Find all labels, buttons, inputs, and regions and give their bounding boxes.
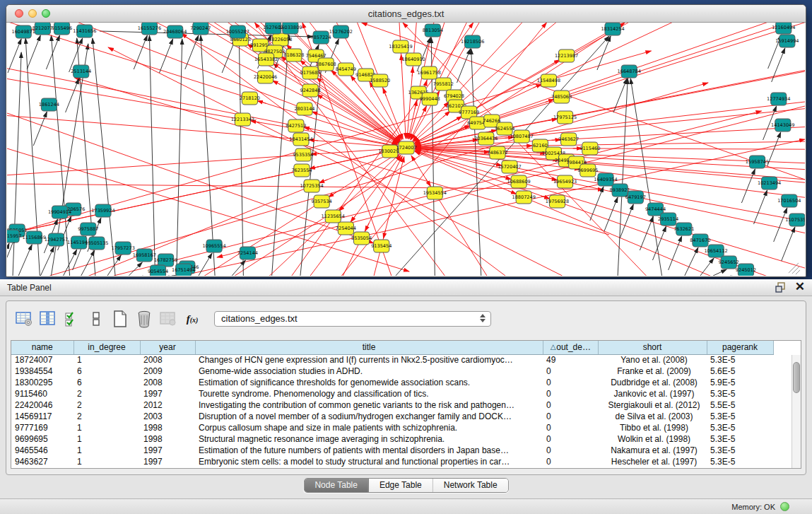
table-row[interactable]: 946554611997Estimation of the future num… [11,445,773,456]
graph-node-label: 8186328 [283,53,304,59]
graph-node-label: 62160 [533,144,548,149]
graph-node-label: 1724007 [396,146,416,151]
table-row[interactable]: 1938455462009Genome-wide association stu… [11,366,773,377]
table-row[interactable]: 977716911998Corpus callosum shape and si… [11,422,773,433]
table-row[interactable]: 911546021997Tourette syndrome. Phenomeno… [11,388,773,399]
graph-node-label: 18325419 [389,45,412,50]
graph-node-label: 19218506 [461,40,484,45]
combobox-stepper-icon[interactable] [480,314,486,322]
table-cell: 0 [543,433,598,445]
graph-node-label: 8212077 [33,26,53,32]
graph-node-label: 12942757 [45,238,68,243]
table-cell: 2 [73,399,140,411]
scrollbar-thumb[interactable] [793,362,800,393]
graph-node-label: 17957273 [112,246,135,252]
table-row[interactable]: 969969511998Structural magnetic resonanc… [11,433,773,445]
graph-node-label: 16958167 [133,253,156,259]
column-header[interactable]: short [598,341,707,354]
graph-node-label: 10965554 [202,244,225,250]
graph-node-label: 11075353 [785,218,805,223]
graph-node-label: 9115460 [579,146,600,152]
new-table-icon[interactable] [108,308,132,330]
network-window-titlebar[interactable]: citations_edges.txt [6,5,806,23]
column-header[interactable]: title [195,341,543,354]
graph-node-label: 12213343 [231,117,254,123]
tab-edge-table[interactable]: Edge Table [369,479,433,492]
graph-node-label: 19654923 [553,180,577,185]
graph-node-label: 3915957 [7,234,22,240]
table-cell: 49 [543,354,598,366]
zoom-window-icon[interactable] [42,9,50,18]
table-cell: 6 [73,377,140,388]
graph-node-label: 11548498 [537,78,560,84]
memory-status-label: Memory: OK [731,503,775,511]
table-cell: 2008 [140,354,195,366]
graph-node-label: 2513144 [71,69,91,75]
graph-node-label: 18226058 [269,37,292,43]
network-table-combobox[interactable]: citations_edges.txt [214,311,491,327]
network-desktop: citations_edges.txt 18300295866012389129… [0,0,812,279]
table-cell: Structural magnetic resonance image aver… [195,433,543,445]
graph-node-label: 16782759 [154,258,177,264]
graph-node-label: 12160494 [772,25,795,31]
clear-selection-icon[interactable] [84,308,108,330]
function-builder-icon[interactable]: f(x) [180,308,204,330]
table-cell: Wolkin et al. (1998) [598,433,707,445]
graph-node-label: 7623554 [291,168,312,174]
table-row[interactable]: 1456911722003Disruption of a novel membe… [11,411,773,422]
column-header[interactable]: pagerank [707,341,773,354]
column-chooser-icon[interactable] [36,308,60,330]
table-cell: Dudbridge et al. (2008) [598,377,707,388]
table-row[interactable]: 1872400712008Changes of HCN gene express… [11,354,773,366]
node-table-grid[interactable]: namein_degreeyeartitle△ out_de…shortpage… [11,341,774,467]
column-header[interactable]: year [140,341,195,354]
graph-node-label: 20468064 [163,30,187,35]
column-header[interactable]: in_degree [73,341,140,354]
table-vertical-scrollbar[interactable] [792,355,801,468]
graph-node-label: 6794028 [444,94,464,100]
table-cell: Estimation of significance thresholds fo… [195,377,543,388]
combobox-value: citations_edges.txt [221,313,298,324]
graph-node-label: 9357534 [312,199,332,205]
table-row[interactable]: 946362711997Embryonic stem cells: a mode… [11,456,773,467]
graph-node-label: 2935114 [658,217,678,223]
select-checkboxes-icon[interactable] [60,308,84,330]
network-canvas[interactable]: 1830029586601238912954182260589827503165… [7,23,805,276]
table-cell: 5.9E-5 [707,377,773,388]
table-cell: Tourette syndrome. Phenomenology and cla… [195,388,543,399]
table-cell: 5.3E-5 [707,411,773,422]
table-cell: 1 [73,456,140,467]
network-graph[interactable]: 1830029586601238912954182260589827503165… [7,23,805,276]
table-panel: Table Panel ✕ [0,279,812,498]
table-row[interactable]: 1830029562008Estimation of significance … [11,377,773,388]
close-window-icon[interactable] [15,9,23,18]
float-panel-icon[interactable] [775,282,787,293]
table-cell: Disruption of a novel member of a sodium… [195,411,543,422]
table-cell: Yano et al. (2008) [598,354,707,366]
table-cell: 1997 [140,388,195,399]
minimize-window-icon[interactable] [28,9,37,18]
table-row[interactable]: 2242004622012Investigating the contribut… [11,399,773,411]
graph-node-label: 11156869 [23,235,46,241]
close-panel-icon[interactable]: ✕ [795,281,805,293]
tab-node-table[interactable]: Node Table [304,479,369,492]
table-header-row[interactable]: namein_degreeyeartitle△ out_de…shortpage… [11,341,773,354]
graph-node-label: 18640910 [401,57,425,63]
table-cell: 1 [73,433,140,445]
node-table[interactable]: namein_degreeyeartitle△ out_de…shortpage… [11,340,801,469]
graph-node-label: 1861244 [39,103,59,108]
graph-node-label: 10688609 [507,180,530,185]
graph-node-label: 12213987 [555,54,578,59]
delete-table-icon[interactable] [132,308,156,330]
table-cell: Hescheler et al. (1997) [598,456,707,467]
memory-ok-icon[interactable] [780,502,789,511]
table-panel-titlebar[interactable]: Table Panel ✕ [0,279,812,296]
network-window[interactable]: citations_edges.txt 18300295866012389129… [6,4,806,277]
tab-network-table[interactable]: Network Table [433,479,508,492]
column-header[interactable]: name [11,341,73,354]
table-cell: 0 [543,388,598,399]
table-settings-icon[interactable] [12,308,36,330]
graph-node-label: 22420046 [254,75,277,81]
graph-node-label: 8427512 [286,124,306,129]
column-header[interactable]: △ out_de… [543,341,598,354]
